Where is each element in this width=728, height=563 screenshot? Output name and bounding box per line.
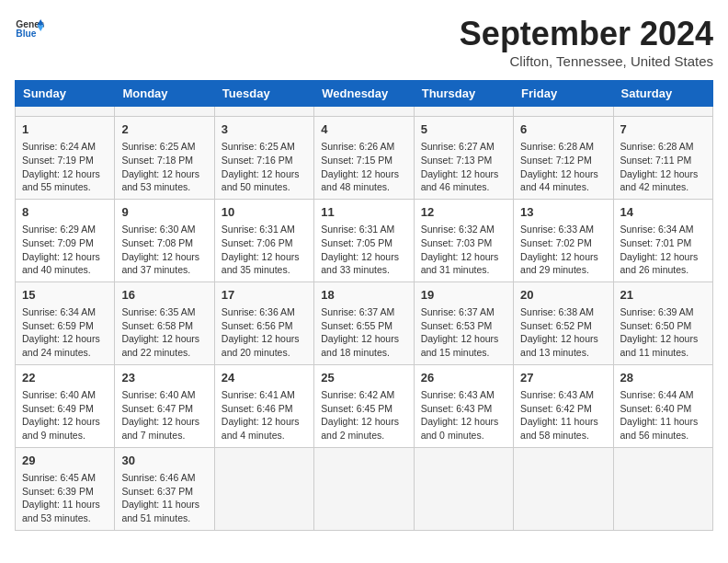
- day-info: Sunrise: 6:25 AM Sunset: 7:16 PM Dayligh…: [222, 140, 307, 194]
- day-info: Sunrise: 6:29 AM Sunset: 7:09 PM Dayligh…: [22, 223, 108, 277]
- calendar-cell: 18Sunrise: 6:37 AM Sunset: 6:55 PM Dayli…: [314, 282, 414, 364]
- day-info: Sunrise: 6:35 AM Sunset: 6:58 PM Dayligh…: [121, 305, 207, 360]
- day-info: Sunrise: 6:37 AM Sunset: 6:55 PM Dayligh…: [321, 305, 406, 360]
- calendar-cell: [514, 107, 613, 117]
- day-info: Sunrise: 6:44 AM Sunset: 6:40 PM Dayligh…: [620, 388, 706, 442]
- day-info: Sunrise: 6:33 AM Sunset: 7:02 PM Dayligh…: [520, 223, 606, 277]
- calendar-cell: 4Sunrise: 6:26 AM Sunset: 7:15 PM Daylig…: [314, 117, 414, 200]
- day-info: Sunrise: 6:27 AM Sunset: 7:13 PM Dayligh…: [421, 140, 506, 194]
- day-info: Sunrise: 6:45 AM Sunset: 6:39 PM Dayligh…: [22, 471, 108, 525]
- calendar-cell: [414, 447, 513, 530]
- calendar-cell: 17Sunrise: 6:36 AM Sunset: 6:56 PM Dayli…: [214, 282, 313, 364]
- calendar-cell: 6Sunrise: 6:28 AM Sunset: 7:12 PM Daylig…: [514, 117, 613, 200]
- calendar-row: 1Sunrise: 6:24 AM Sunset: 7:19 PM Daylig…: [16, 117, 713, 200]
- day-info: Sunrise: 6:43 AM Sunset: 6:42 PM Dayligh…: [520, 388, 606, 442]
- header-cell-friday: Friday: [514, 81, 613, 107]
- calendar-cell: 2Sunrise: 6:25 AM Sunset: 7:18 PM Daylig…: [115, 117, 214, 200]
- calendar-cell: 28Sunrise: 6:44 AM Sunset: 6:40 PM Dayli…: [613, 364, 712, 447]
- day-number: 17: [222, 287, 307, 304]
- day-number: 25: [321, 370, 406, 386]
- day-number: 19: [421, 287, 506, 304]
- calendar-cell: 20Sunrise: 6:38 AM Sunset: 6:52 PM Dayli…: [514, 282, 613, 364]
- day-number: 5: [421, 121, 506, 138]
- day-info: Sunrise: 6:34 AM Sunset: 7:01 PM Dayligh…: [620, 223, 706, 277]
- calendar-cell: [214, 447, 313, 530]
- day-number: 20: [520, 287, 606, 304]
- calendar-cell: 25Sunrise: 6:42 AM Sunset: 6:45 PM Dayli…: [314, 364, 414, 447]
- day-info: Sunrise: 6:39 AM Sunset: 6:50 PM Dayligh…: [620, 305, 706, 360]
- calendar-cell: 16Sunrise: 6:35 AM Sunset: 6:58 PM Dayli…: [115, 282, 214, 364]
- day-number: 22: [22, 370, 108, 386]
- calendar-cell: [16, 107, 115, 117]
- calendar-cell: 19Sunrise: 6:37 AM Sunset: 6:53 PM Dayli…: [414, 282, 513, 364]
- title-area: September 2024 Clifton, Tennessee, Unite…: [460, 15, 713, 69]
- calendar-cell: 22Sunrise: 6:40 AM Sunset: 6:49 PM Dayli…: [16, 364, 115, 447]
- day-number: 21: [620, 287, 706, 304]
- header-cell-sunday: Sunday: [16, 81, 115, 107]
- header-cell-monday: Monday: [115, 81, 214, 107]
- calendar-row: 29Sunrise: 6:45 AM Sunset: 6:39 PM Dayli…: [16, 447, 713, 530]
- day-info: Sunrise: 6:46 AM Sunset: 6:37 PM Dayligh…: [121, 471, 207, 525]
- calendar-cell: 30Sunrise: 6:46 AM Sunset: 6:37 PM Dayli…: [115, 447, 214, 530]
- calendar-cell: 8Sunrise: 6:29 AM Sunset: 7:09 PM Daylig…: [16, 199, 115, 282]
- calendar-table: SundayMondayTuesdayWednesdayThursdayFrid…: [15, 80, 713, 531]
- day-info: Sunrise: 6:40 AM Sunset: 6:47 PM Dayligh…: [121, 388, 207, 442]
- day-number: 7: [620, 121, 706, 138]
- day-number: 13: [520, 204, 606, 221]
- day-number: 30: [121, 453, 207, 469]
- day-info: Sunrise: 6:36 AM Sunset: 6:56 PM Dayligh…: [222, 305, 307, 360]
- calendar-cell: 13Sunrise: 6:33 AM Sunset: 7:02 PM Dayli…: [514, 199, 613, 282]
- calendar-cell: [613, 107, 712, 117]
- day-number: 10: [222, 204, 307, 221]
- day-info: Sunrise: 6:34 AM Sunset: 6:59 PM Dayligh…: [22, 305, 108, 360]
- day-number: 16: [121, 287, 207, 304]
- day-number: 12: [421, 204, 506, 221]
- calendar-cell: 29Sunrise: 6:45 AM Sunset: 6:39 PM Dayli…: [16, 447, 115, 530]
- calendar-cell: 7Sunrise: 6:28 AM Sunset: 7:11 PM Daylig…: [613, 117, 712, 200]
- calendar-title: September 2024: [460, 15, 713, 53]
- day-info: Sunrise: 6:24 AM Sunset: 7:19 PM Dayligh…: [22, 140, 108, 194]
- calendar-cell: 26Sunrise: 6:43 AM Sunset: 6:43 PM Dayli…: [414, 364, 513, 447]
- calendar-row: 22Sunrise: 6:40 AM Sunset: 6:49 PM Dayli…: [16, 364, 713, 447]
- day-number: 14: [620, 204, 706, 221]
- calendar-cell: [414, 107, 513, 117]
- header-cell-saturday: Saturday: [613, 81, 712, 107]
- day-info: Sunrise: 6:28 AM Sunset: 7:12 PM Dayligh…: [520, 140, 606, 194]
- day-number: 4: [321, 121, 406, 138]
- day-number: 15: [22, 287, 108, 304]
- calendar-cell: [214, 107, 313, 117]
- logo: General Blue: [15, 15, 44, 44]
- day-number: 24: [222, 370, 307, 386]
- calendar-cell: [115, 107, 214, 117]
- day-info: Sunrise: 6:43 AM Sunset: 6:43 PM Dayligh…: [421, 388, 506, 442]
- calendar-cell: 11Sunrise: 6:31 AM Sunset: 7:05 PM Dayli…: [314, 199, 414, 282]
- calendar-cell: [613, 447, 712, 530]
- day-info: Sunrise: 6:42 AM Sunset: 6:45 PM Dayligh…: [321, 388, 406, 442]
- day-info: Sunrise: 6:37 AM Sunset: 6:53 PM Dayligh…: [421, 305, 506, 360]
- calendar-row: 8Sunrise: 6:29 AM Sunset: 7:09 PM Daylig…: [16, 199, 713, 282]
- day-number: 1: [22, 121, 108, 138]
- header-cell-thursday: Thursday: [414, 81, 513, 107]
- day-number: 27: [520, 370, 606, 386]
- calendar-cell: 5Sunrise: 6:27 AM Sunset: 7:13 PM Daylig…: [414, 117, 513, 200]
- header-cell-wednesday: Wednesday: [314, 81, 414, 107]
- calendar-cell: 3Sunrise: 6:25 AM Sunset: 7:16 PM Daylig…: [214, 117, 313, 200]
- calendar-cell: 15Sunrise: 6:34 AM Sunset: 6:59 PM Dayli…: [16, 282, 115, 364]
- calendar-cell: 12Sunrise: 6:32 AM Sunset: 7:03 PM Dayli…: [414, 199, 513, 282]
- calendar-cell: 23Sunrise: 6:40 AM Sunset: 6:47 PM Dayli…: [115, 364, 214, 447]
- day-number: 18: [321, 287, 406, 304]
- day-info: Sunrise: 6:38 AM Sunset: 6:52 PM Dayligh…: [520, 305, 606, 360]
- calendar-cell: 27Sunrise: 6:43 AM Sunset: 6:42 PM Dayli…: [514, 364, 613, 447]
- header-row: SundayMondayTuesdayWednesdayThursdayFrid…: [16, 81, 713, 107]
- calendar-cell: 24Sunrise: 6:41 AM Sunset: 6:46 PM Dayli…: [214, 364, 313, 447]
- day-info: Sunrise: 6:31 AM Sunset: 7:05 PM Dayligh…: [321, 223, 406, 277]
- day-number: 9: [121, 204, 207, 221]
- day-info: Sunrise: 6:40 AM Sunset: 6:49 PM Dayligh…: [22, 388, 108, 442]
- day-info: Sunrise: 6:26 AM Sunset: 7:15 PM Dayligh…: [321, 140, 406, 194]
- logo-icon: General Blue: [15, 15, 44, 44]
- day-number: 2: [121, 121, 207, 138]
- calendar-subtitle: Clifton, Tennessee, United States: [460, 53, 713, 69]
- day-number: 6: [520, 121, 606, 138]
- day-number: 11: [321, 204, 406, 221]
- header: General Blue September 2024 Clifton, Ten…: [15, 15, 713, 69]
